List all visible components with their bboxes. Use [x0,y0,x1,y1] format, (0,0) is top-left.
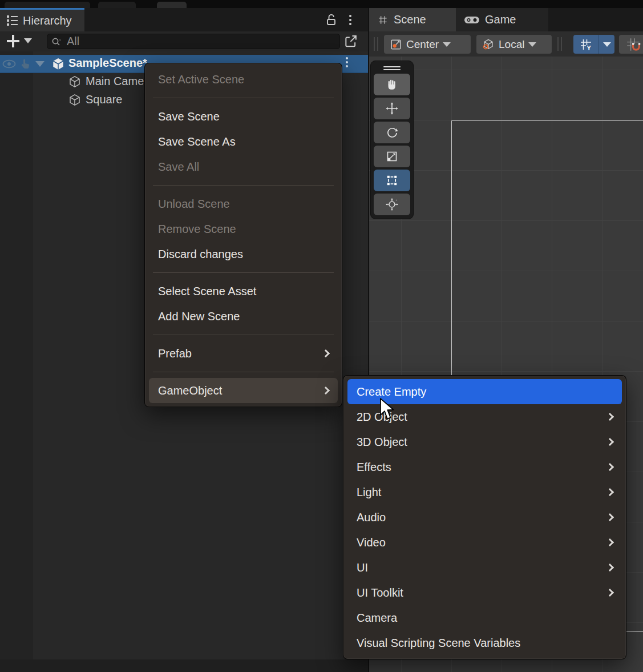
lock-toggle-button[interactable] [323,12,339,28]
pivot-mode-button[interactable]: Center [384,35,471,54]
menu-item-remove-scene: Remove Scene [149,216,338,242]
menu-divider [153,335,334,335]
snap-settings-button[interactable] [619,35,643,54]
submenu-chevron-icon [606,413,614,421]
top-tab-remnant [98,2,136,8]
hierarchy-menu-button[interactable] [343,11,357,29]
menu-item-select-scene-asset[interactable]: Select Scene Asset [149,279,338,304]
kebab-icon [349,15,351,25]
svg-text:Y: Y [587,44,592,51]
submenu-chevron-icon [606,589,614,597]
unity-scene-icon [51,57,65,73]
move-icon [385,102,399,115]
chevron-down-icon [603,42,611,47]
rotate-tool-button[interactable] [374,122,410,143]
menu-item-discard-changes[interactable]: Discard changes [149,242,338,267]
submenu-item-audio[interactable]: Audio [347,505,622,530]
submenu-chevron-icon [606,488,614,496]
submenu-item-3d-object[interactable]: 3D Object [347,429,622,454]
plus-icon [7,35,19,47]
orientation-mode-label: Local [499,38,524,51]
local-cube-icon [482,38,495,51]
create-object-button[interactable] [3,33,23,50]
gameobject-cube-icon [68,94,81,108]
menu-item-gameobject[interactable]: GameObject [149,378,338,403]
expand-triangle-icon[interactable] [35,61,45,67]
top-tab-remnant [5,2,90,8]
scene-visibility-eye-icon[interactable] [2,59,17,71]
gameobject-cube-icon [68,75,81,90]
scene-context-menu: Set Active Scene Save Scene Save Scene A… [144,63,342,407]
transform-icon [385,198,399,211]
submenu-item-visual-scripting-scene-variables[interactable]: Visual Scripting Scene Variables [347,630,622,655]
unity-editor-window: Hierarchy [0,0,643,672]
gamepad-icon [464,15,480,25]
submenu-item-camera[interactable]: Camera [347,605,622,630]
submenu-chevron-icon [322,349,330,357]
menu-item-save-scene[interactable]: Save Scene [149,104,338,129]
rect-icon [385,174,399,187]
hierarchy-icon [7,15,18,26]
scene-grid-icon [377,14,389,26]
grid-snap-magnet-icon [626,37,641,52]
hand-icon [385,78,399,91]
toolbar-separator [557,37,563,51]
game-tab-label: Game [485,13,516,26]
submenu-chevron-icon [322,387,330,395]
menu-divider [153,372,334,372]
hierarchy-search-field[interactable] [47,34,340,49]
panel-bottom-strip [0,659,368,672]
orientation-mode-button[interactable]: Local [476,35,552,54]
submenu-chevron-icon [606,438,614,446]
grid-axis-button[interactable]: Y [573,35,598,54]
tab-hierarchy[interactable]: Hierarchy [0,8,84,31]
pivot-mode-label: Center [406,38,439,51]
menu-item-add-new-scene[interactable]: Add New Scene [149,304,338,329]
menu-divider [153,272,334,273]
kebab-icon [346,57,348,67]
scene-toolbar: Center Local Y [369,31,643,57]
submenu-chevron-icon [606,564,614,572]
scene-pickability-hand-icon[interactable] [19,58,31,72]
popout-icon [343,34,358,49]
scale-tool-button[interactable] [374,146,410,167]
move-tool-button[interactable] [374,98,410,119]
create-dropdown-caret-icon[interactable] [24,38,32,43]
submenu-item-effects[interactable]: Effects [347,454,622,480]
scale-icon [385,150,399,163]
grid-options-dropdown[interactable] [598,35,614,54]
tab-scene[interactable]: Scene [369,8,456,31]
unlocked-padlock-icon [325,13,337,27]
rect-tool-button[interactable] [374,170,410,191]
submenu-chevron-icon [606,538,614,546]
submenu-chevron-icon [606,463,614,471]
popout-window-button[interactable] [342,33,359,50]
view-hand-tool-button[interactable] [374,74,410,95]
chevron-down-icon [528,42,536,47]
palette-drag-handle[interactable] [383,65,401,71]
scene-tab-label: Scene [394,13,426,26]
submenu-item-light[interactable]: Light [347,480,622,505]
scene-row-menu-button[interactable] [346,57,348,67]
search-icon [51,36,63,47]
submenu-item-ui-toolkit[interactable]: UI Toolkit [347,580,622,605]
mouse-cursor [379,398,395,423]
tab-game[interactable]: Game [456,8,548,31]
menu-item-set-active-scene: Set Active Scene [149,67,338,92]
search-input[interactable] [67,35,339,48]
menu-item-prefab[interactable]: Prefab [149,341,338,366]
menu-item-save-scene-as[interactable]: Save Scene As [149,129,338,154]
hierarchy-visibility-gutter [0,51,33,672]
submenu-chevron-icon [606,513,614,521]
hierarchy-tab-bar: Hierarchy [0,8,368,31]
transform-tool-button[interactable] [374,194,410,215]
submenu-item-video[interactable]: Video [347,530,622,555]
toolbar-separator [374,37,379,51]
chevron-down-icon [443,42,451,47]
menu-divider [153,185,334,186]
gameobject-row-label: Square [86,93,123,106]
menu-item-save-all: Save All [149,154,338,179]
submenu-item-ui[interactable]: UI [347,555,622,580]
scene-tab-bar: Scene Game [369,8,643,31]
hierarchy-tab-label: Hierarchy [23,14,72,27]
